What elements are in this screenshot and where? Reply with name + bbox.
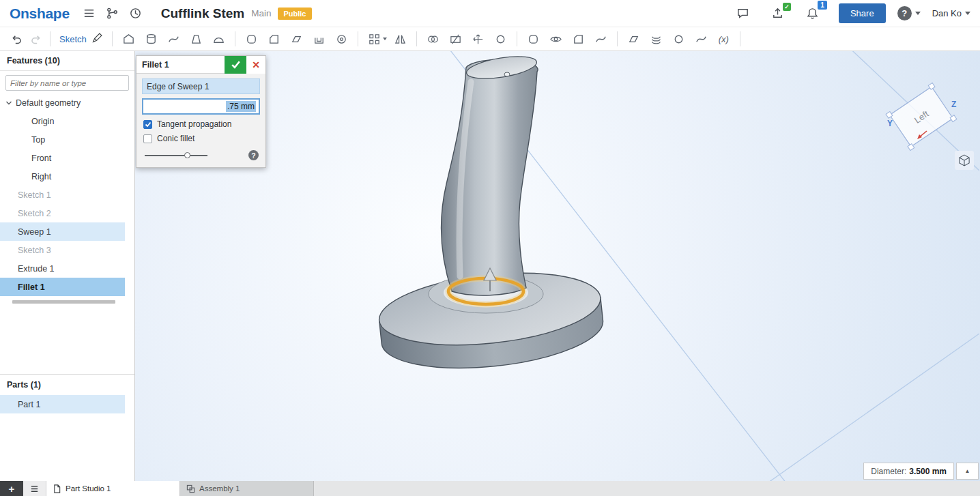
user-menu[interactable]: Dan Ko <box>932 8 970 18</box>
export-icon[interactable]: ✓ <box>769 5 787 23</box>
split-icon[interactable] <box>444 30 467 48</box>
part-model[interactable] <box>375 53 606 378</box>
insert-new-tab-button[interactable]: + <box>0 481 23 496</box>
feature-label: Sketch 3 <box>18 246 51 255</box>
pencil-icon <box>91 32 103 46</box>
axis-z-label: Z <box>951 100 956 109</box>
notification-count-badge: 1 <box>818 1 827 10</box>
features-panel-header: Features (10) <box>0 51 134 71</box>
checkbox-checked-icon <box>143 120 152 129</box>
version-branch-icon[interactable] <box>104 5 121 23</box>
dialog-help-icon[interactable]: ? <box>248 150 259 160</box>
toolbar-divider <box>740 31 740 46</box>
tab-list-button[interactable] <box>23 481 46 496</box>
hamburger-menu-icon[interactable] <box>81 5 98 23</box>
replace-face-icon[interactable] <box>567 30 590 48</box>
isometric-view-button[interactable] <box>955 151 974 170</box>
fillet-radius-input[interactable]: .75 mm <box>142 98 260 115</box>
feature-item-right[interactable]: Right <box>0 167 125 186</box>
slider-handle[interactable] <box>184 152 190 158</box>
tab-label: Part Studio 1 <box>66 484 111 493</box>
feature-item-sweep1[interactable]: Sweep 1 <box>0 222 125 241</box>
loft-icon[interactable] <box>185 30 207 48</box>
notifications-bell-icon[interactable]: 1 <box>804 5 822 23</box>
top-bar: Onshape Cufflink Stem Main Public ✓ 1 Sh <box>0 0 980 27</box>
boolean-icon[interactable] <box>422 30 444 48</box>
assembly-icon <box>186 484 195 493</box>
feature-item-extrude1[interactable]: Extrude 1 <box>0 259 125 278</box>
feature-item-front[interactable]: Front <box>0 149 125 167</box>
tab-part-studio[interactable]: Part Studio 1 <box>46 481 180 496</box>
chamfer-icon[interactable] <box>263 30 285 48</box>
thicken-icon[interactable] <box>207 30 230 48</box>
confirm-button[interactable] <box>225 56 246 74</box>
feature-label: Origin <box>31 117 54 126</box>
feature-item-fillet1[interactable]: Fillet 1 <box>0 278 125 296</box>
onshape-app: Onshape Cufflink Stem Main Public ✓ 1 Sh <box>0 0 980 496</box>
cancel-button[interactable]: ✕ <box>246 56 265 74</box>
conic-fillet-checkbox[interactable]: Conic fillet <box>143 134 259 143</box>
axis-y-label: Y <box>887 119 893 128</box>
onshape-logo[interactable]: Onshape <box>10 5 70 22</box>
dimension-value: 3.500 mm <box>909 467 947 476</box>
feature-label: Top <box>31 135 45 145</box>
hole-icon[interactable] <box>330 30 353 48</box>
composite-curve-icon[interactable] <box>690 30 712 48</box>
feature-item-sketch1[interactable]: Sketch 1 <box>0 186 125 204</box>
helix-icon[interactable] <box>645 30 667 48</box>
feature-item-top[interactable]: Top <box>0 130 125 149</box>
revolve-icon[interactable] <box>140 30 162 48</box>
edge-selection-chip[interactable]: Edge of Sweep 1 <box>142 78 260 94</box>
feature-toolbar: Sketch <box>0 27 980 51</box>
dialog-header: Fillet 1 ✕ <box>136 56 265 74</box>
graphics-viewport[interactable]: Left Z Y Fillet 1 ✕ <box>135 51 980 481</box>
help-menu[interactable]: ? <box>897 6 921 20</box>
tangent-propagation-label: Tangent propagation <box>157 119 231 129</box>
feature-item-origin[interactable]: Origin <box>0 112 125 130</box>
sketch-button-label: Sketch <box>59 34 87 44</box>
chevron-down-icon[interactable] <box>5 100 12 106</box>
fillet-icon[interactable] <box>240 30 263 48</box>
modify-fillet-icon[interactable] <box>522 30 545 48</box>
topbar-right-group: ✓ 1 Share ? Dan Ko <box>734 3 970 23</box>
offset-surface-icon[interactable] <box>590 30 612 48</box>
sweep-icon[interactable] <box>162 30 185 48</box>
delete-part-icon[interactable] <box>489 30 512 48</box>
parts-header: Parts (1) <box>0 374 134 395</box>
cube-icon <box>957 154 971 167</box>
panel-fill <box>0 413 134 481</box>
stem-body[interactable] <box>442 59 538 295</box>
workspace-name[interactable]: Main <box>251 8 271 18</box>
mirror-icon[interactable] <box>389 30 412 48</box>
comment-icon[interactable] <box>734 5 752 23</box>
feature-item-default-geometry[interactable]: Default geometry <box>0 93 125 112</box>
pattern-dropdown-caret-icon[interactable] <box>383 38 387 40</box>
move-face-icon[interactable] <box>545 30 567 48</box>
undo-icon[interactable] <box>7 30 26 48</box>
tab-bar-empty-space <box>314 481 980 496</box>
chevron-down-icon <box>965 12 970 15</box>
history-icon[interactable] <box>127 5 145 23</box>
variable-icon[interactable]: (x) <box>712 34 735 44</box>
feature-item-sketch3[interactable]: Sketch 3 <box>0 241 125 259</box>
export-success-check-icon: ✓ <box>783 3 791 11</box>
view-cube[interactable]: Left Z Y <box>886 83 957 151</box>
toolbar-divider <box>50 31 51 46</box>
redo-icon[interactable] <box>26 30 45 48</box>
sketch-button[interactable]: Sketch <box>55 32 107 46</box>
extrude-icon[interactable] <box>117 30 140 48</box>
status-collapse-button[interactable]: ▲ <box>956 463 979 480</box>
feature-filter-input[interactable] <box>5 75 129 91</box>
feature-label: Sketch 2 <box>18 209 51 218</box>
shell-icon[interactable] <box>308 30 330 48</box>
share-button[interactable]: Share <box>839 3 886 23</box>
part-item-part1[interactable]: Part 1 <box>0 395 125 413</box>
draft-icon[interactable] <box>285 30 308 48</box>
fillet-size-slider[interactable] <box>145 155 207 156</box>
feature-item-sketch2[interactable]: Sketch 2 <box>0 204 125 222</box>
transform-icon[interactable] <box>467 30 489 48</box>
plane-icon[interactable] <box>622 30 645 48</box>
tangent-propagation-checkbox[interactable]: Tangent propagation <box>143 119 259 129</box>
tab-assembly[interactable]: Assembly 1 <box>180 481 314 496</box>
project-curve-icon[interactable] <box>667 30 690 48</box>
